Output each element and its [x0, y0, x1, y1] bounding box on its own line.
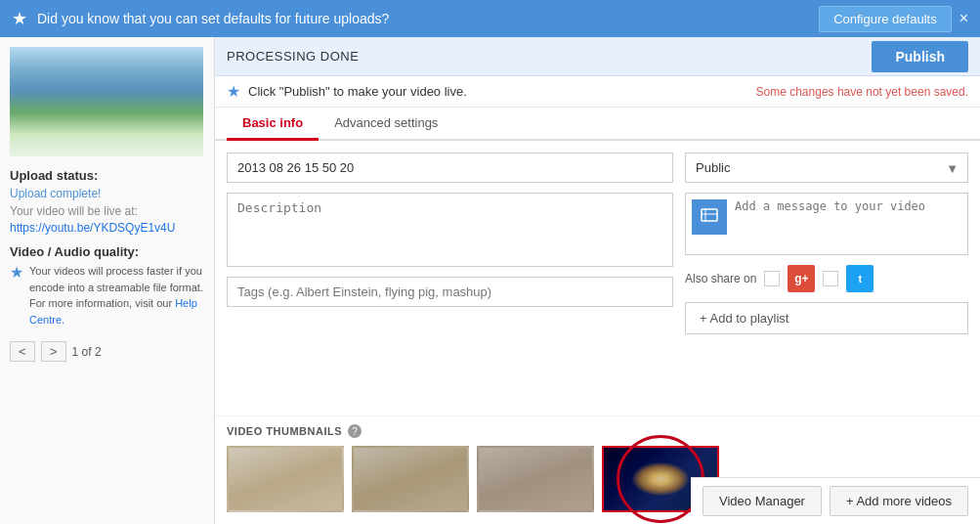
quality-box: ★ Your videos will process faster if you…	[10, 263, 204, 328]
next-page-button[interactable]: >	[41, 341, 66, 362]
banner-close-button[interactable]: ×	[959, 10, 968, 27]
description-textarea[interactable]	[227, 193, 673, 267]
message-textarea[interactable]	[735, 199, 961, 248]
form-area: Public Unlisted Private ▼ Also shar	[215, 141, 980, 415]
visibility-select-wrap: Public Unlisted Private ▼	[685, 153, 968, 183]
upload-status-label: Upload status:	[10, 168, 204, 183]
tags-input[interactable]	[227, 277, 673, 307]
banner-star-icon: ★	[12, 8, 27, 29]
galaxy-visual	[631, 462, 690, 497]
gplus-icon[interactable]: g+	[788, 265, 815, 292]
banner-text: Did you know that you can set defaults f…	[37, 11, 389, 26]
form-right: Public Unlisted Private ▼ Also shar	[685, 153, 968, 334]
info-left: ★ Click "Publish" to make your video liv…	[227, 82, 467, 101]
form-left	[227, 153, 673, 334]
footer: Video Manager + Add more videos	[691, 477, 980, 524]
banner-left: ★ Did you know that you can set defaults…	[12, 8, 389, 29]
quality-star-icon: ★	[10, 263, 23, 282]
add-more-videos-button[interactable]: + Add more videos	[830, 486, 968, 516]
wave-image	[10, 47, 203, 156]
banner-right: Configure defaults ×	[819, 6, 968, 32]
info-star-icon: ★	[227, 82, 240, 101]
message-box	[685, 193, 968, 255]
svg-rect-0	[702, 209, 717, 221]
share-label: Also share on	[685, 272, 756, 285]
processing-text: PROCESSING DONE	[227, 49, 359, 64]
thumbnail-1[interactable]	[227, 446, 344, 512]
add-to-playlist-button[interactable]: + Add to playlist	[685, 302, 968, 334]
main-container: Upload status: Upload complete! Your vid…	[0, 37, 980, 524]
content-area: PROCESSING DONE Publish ★ Click "Publish…	[215, 37, 980, 524]
prev-page-button[interactable]: <	[10, 341, 35, 362]
twitter-checkbox[interactable]	[823, 271, 838, 286]
upload-complete-text: Upload complete!	[10, 187, 204, 200]
sidebar: Upload status: Upload complete! Your vid…	[0, 37, 215, 524]
tab-advanced-settings[interactable]: Advanced settings	[319, 108, 453, 141]
twitter-icon[interactable]: t	[846, 265, 873, 292]
pagination: < > 1 of 2	[10, 341, 204, 362]
info-text: Click "Publish" to make your video live.	[248, 84, 467, 99]
gplus-checkbox[interactable]	[764, 271, 780, 286]
form-row-title: Public Unlisted Private ▼ Also shar	[227, 153, 968, 334]
info-bar: ★ Click "Publish" to make your video liv…	[215, 76, 980, 108]
live-at-text: Your video will be live at:	[10, 204, 204, 218]
quality-text: Your videos will process faster if you e…	[29, 263, 204, 328]
not-saved-text: Some changes have not yet been saved.	[756, 85, 968, 99]
sidebar-video-thumbnail	[10, 47, 203, 156]
tabs: Basic info Advanced settings	[215, 108, 980, 141]
page-indicator: 1 of 2	[72, 345, 102, 359]
configure-defaults-button[interactable]: Configure defaults	[819, 6, 952, 32]
upload-banner: ★ Did you know that you can set defaults…	[0, 0, 980, 37]
quality-label: Video / Audio quality:	[10, 244, 204, 259]
publish-button[interactable]: Publish	[872, 41, 968, 72]
message-icon	[692, 199, 727, 235]
video-manager-button[interactable]: Video Manager	[703, 486, 822, 516]
tab-basic-info[interactable]: Basic info	[227, 108, 319, 141]
visibility-select[interactable]: Public Unlisted Private	[685, 153, 968, 183]
thumbnails-header: VIDEO THUMBNAILS ?	[227, 424, 968, 438]
help-icon[interactable]: ?	[348, 424, 362, 438]
thumbnail-3[interactable]	[477, 446, 594, 512]
title-input[interactable]	[227, 153, 673, 183]
share-row: Also share on g+ t	[685, 265, 968, 292]
thumbnails-label: VIDEO THUMBNAILS	[227, 425, 342, 437]
processing-bar: PROCESSING DONE Publish	[215, 37, 980, 76]
thumbnail-2[interactable]	[352, 446, 469, 512]
live-link[interactable]: https://youtu.be/YKDSQyE1v4U	[10, 221, 175, 235]
